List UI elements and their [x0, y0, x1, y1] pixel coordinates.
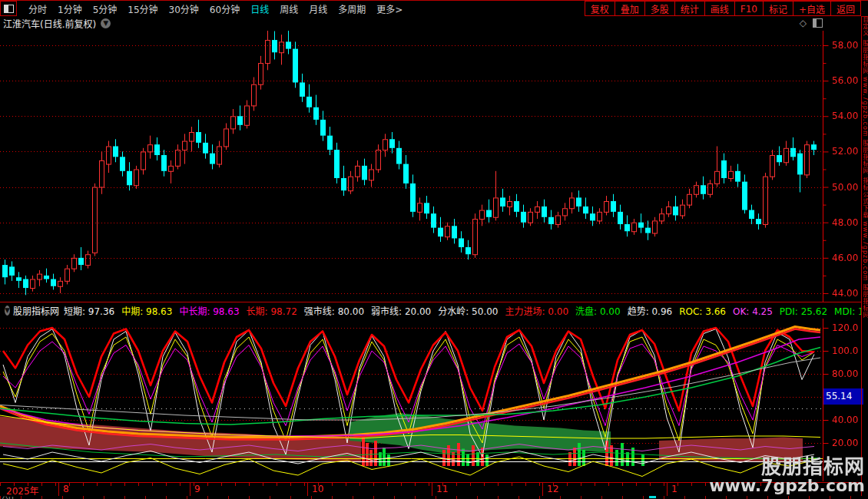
- vertical-banner-text: 自定义 股朋指标网 www.7gpzb.com 股朋指标网 指标公式下载 www…: [862, 16, 868, 319]
- indicator-values: 短期: 97.36中期: 98.63中长期: 98.63长期: 98.72强市线…: [64, 303, 861, 318]
- right-side-vertical-banner: 自定义 股朋指标网 www.7gpzb.com 股朋指标网 指标公式下载 www…: [861, 16, 868, 496]
- timeframe-tabs: 分时1分钟5分钟15分钟30分钟60分钟日线周线月线多周期更多>: [23, 2, 408, 16]
- toolbar-button-复权[interactable]: 复权: [585, 1, 615, 16]
- indicator-field-趋势: 趋势: 0.96: [628, 306, 673, 317]
- toolbar-button-画线[interactable]: 画线: [704, 1, 735, 16]
- timeframe-tab-30分钟[interactable]: 30分钟: [169, 5, 199, 15]
- month-divider: [190, 483, 190, 496]
- toolbar-button-+自选[interactable]: +自选: [793, 1, 831, 16]
- timeframe-tab-分时[interactable]: 分时: [28, 5, 47, 15]
- chevron-down-circle-icon[interactable]: ▼: [5, 306, 10, 316]
- month-label-1: 1: [671, 484, 678, 494]
- toolbar-button-F10[interactable]: F10: [734, 1, 764, 16]
- timeframe-tab-周线[interactable]: 周线: [280, 5, 298, 15]
- month-divider: [58, 483, 59, 496]
- month-divider: [432, 483, 432, 496]
- timeframe-tab-1分钟[interactable]: 1分钟: [58, 5, 82, 15]
- main-candlestick-chart[interactable]: [0, 31, 861, 302]
- indicator-field-MDI: MDI: 12.07: [834, 306, 861, 317]
- timeframe-tab-5分钟[interactable]: 5分钟: [93, 5, 118, 15]
- chevron-down-circle-icon[interactable]: ▼: [101, 18, 111, 28]
- year-label: 2025年: [6, 484, 39, 497]
- clipped-cyan-fragment: [649, 496, 656, 498]
- date-axis-ticks: [0, 483, 823, 486]
- month-divider: [542, 483, 543, 496]
- watermark-site-url: www.7gpzb.com: [709, 478, 865, 494]
- month-label-12: 12: [547, 484, 558, 494]
- indicator-field-ROC: ROC: 3.66: [679, 306, 726, 317]
- titlebar-corner-icons: ◇: [800, 18, 823, 28]
- clipped-bottom-pane: 分H: [0, 496, 861, 499]
- split-window-icon: [4, 5, 14, 13]
- window-split-button[interactable]: [0, 1, 17, 16]
- site-watermark: 股朋指标网 www.7gpzb.com: [709, 457, 865, 494]
- indicator-field-PDI: PDI: 25.62: [780, 306, 827, 317]
- indicator-field-短期: 短期: 97.36: [64, 306, 114, 317]
- toolbar-button-多股[interactable]: 多股: [644, 1, 675, 16]
- indicator-field-长期: 长期: 98.72: [247, 306, 297, 317]
- stock-app-window: 分时1分钟5分钟15分钟30分钟60分钟日线周线月线多周期更多> 复权叠加多股统…: [0, 0, 868, 499]
- symbol-title[interactable]: 江淮汽车(日线.前复权): [3, 17, 96, 30]
- indicator-field-洗盘: 洗盘: 0.00: [575, 306, 621, 317]
- month-divider: [307, 483, 308, 496]
- month-label-9: 9: [194, 484, 200, 494]
- toolbar-button-统计[interactable]: 统计: [674, 1, 705, 16]
- timeframe-tab-60分钟[interactable]: 60分钟: [210, 5, 240, 15]
- toolbar-button-返回[interactable]: 返回: [830, 1, 861, 16]
- toolbar-button-叠加[interactable]: 叠加: [615, 1, 645, 16]
- month-label-10: 10: [312, 484, 323, 494]
- top-toolbar: 分时1分钟5分钟15分钟30分钟60分钟日线周线月线多周期更多> 复权叠加多股统…: [0, 0, 868, 17]
- watermark-site-name: 股朋指标网: [709, 457, 865, 478]
- diamond-icon[interactable]: ◇: [800, 18, 807, 28]
- timeframe-tab-15分钟[interactable]: 15分钟: [128, 5, 157, 15]
- indicator-field-主力进场: 主力进场: 0.00: [505, 306, 568, 317]
- split-window-icon[interactable]: [813, 18, 823, 28]
- indicator-field-OK: OK: 4.25: [733, 306, 773, 317]
- indicator-field-中长期: 中长期: 98.63: [179, 306, 239, 317]
- indicator-field-分水岭: 分水岭: 50.00: [438, 306, 498, 317]
- clipped-pane-text: 分H: [2, 496, 48, 499]
- month-label-11: 11: [436, 484, 448, 494]
- indicator-current-value-badge: 55.14: [823, 388, 863, 405]
- toolbar-right-buttons: 复权叠加多股统计画线F10标记+自选返回: [585, 1, 861, 16]
- indicator-field-中期: 中期: 98.63: [121, 306, 172, 317]
- month-divider: [667, 483, 668, 496]
- title-bar: 江淮汽车(日线.前复权) ▼ ◇: [0, 16, 861, 31]
- timeframe-tab-日线[interactable]: 日线: [250, 5, 269, 15]
- toolbar-button-标记[interactable]: 标记: [763, 1, 793, 16]
- timeframe-tab-多周期[interactable]: 多周期: [338, 5, 366, 15]
- timeframe-tab-更多>[interactable]: 更多>: [376, 5, 403, 15]
- month-label-8: 8: [63, 484, 69, 494]
- indicator-source-label: 股朋指标网: [13, 304, 59, 317]
- indicator-field-强市线: 强市线: 80.00: [304, 306, 364, 317]
- timeframe-tab-月线[interactable]: 月线: [309, 5, 327, 15]
- indicator-field-弱市线: 弱市线: 20.00: [371, 306, 431, 317]
- indicator-header: ▼ 股朋指标网 短期: 97.36中期: 98.63中长期: 98.63长期: …: [0, 302, 861, 319]
